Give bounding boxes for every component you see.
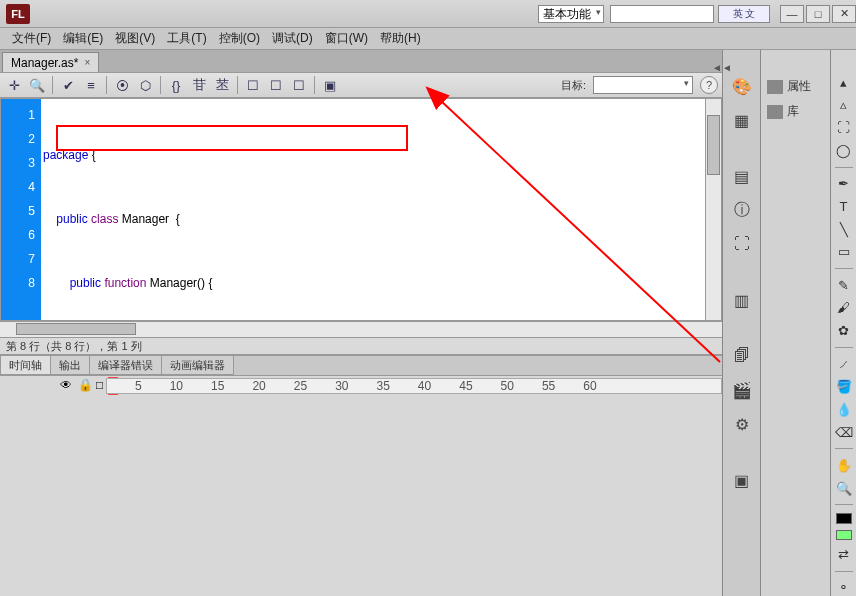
properties-icon — [767, 80, 783, 94]
color-panel-icon[interactable]: 🎨 — [730, 74, 754, 98]
swatches-panel-icon[interactable]: ▦ — [730, 108, 754, 132]
app-logo: FL — [6, 4, 30, 24]
tools-panel: ▴ ▵ ⛶ ◯ ✒ T ╲ ▭ ✎ 🖌 ✿ ⟋ 🪣 💧 ⌫ ✋ 🔍 ⇄ ⚬ — [830, 50, 856, 596]
snap-icon[interactable]: ⚬ — [834, 579, 854, 596]
history-panel-icon[interactable]: 🗐 — [730, 344, 754, 368]
menu-debug[interactable]: 调试(D) — [266, 28, 319, 49]
status-line: 第 8 行（共 8 行），第 1 列 — [0, 337, 722, 355]
selection-tool-icon[interactable]: ▴ — [834, 74, 854, 91]
timeline-panel[interactable]: 👁 🔒 □ 51015 202530 354045 505560 — [0, 375, 722, 597]
vertical-scrollbar[interactable] — [705, 99, 721, 320]
collapse-panels-icon[interactable]: ◄◄ — [712, 62, 726, 76]
bone-tool-icon[interactable]: ⟋ — [834, 356, 854, 373]
info-panel-icon[interactable]: ⓘ — [730, 198, 754, 222]
timeline-ruler[interactable]: 51015 202530 354045 505560 — [106, 378, 722, 394]
menu-control[interactable]: 控制(O) — [213, 28, 266, 49]
expand-icon[interactable]: 苤 — [212, 75, 232, 95]
menubar: 文件(F) 编辑(E) 视图(V) 工具(T) 控制(O) 调试(D) 窗口(W… — [0, 28, 856, 50]
pencil-tool-icon[interactable]: ✎ — [834, 277, 854, 294]
maximize-button[interactable]: □ — [806, 5, 830, 23]
format-icon[interactable]: ≡ — [81, 75, 101, 95]
line-tool-icon[interactable]: ╲ — [834, 221, 854, 238]
horizontal-scrollbar[interactable] — [0, 321, 722, 337]
line-gutter: 1234 5678 — [1, 99, 41, 320]
swap-colors-icon[interactable]: ⇄ — [834, 546, 854, 563]
deco-tool-icon[interactable]: ✿ — [834, 322, 854, 339]
library-panel-icon[interactable]: ▥ — [730, 288, 754, 312]
tab-motion-editor[interactable]: 动画编辑器 — [161, 356, 234, 375]
align-panel-icon[interactable]: ▤ — [730, 164, 754, 188]
code-editor[interactable]: 1234 5678 package { public class Manager… — [0, 98, 722, 321]
menu-window[interactable]: 窗口(W) — [319, 28, 374, 49]
eye-icon[interactable]: 👁 — [60, 378, 72, 390]
paint-bucket-tool-icon[interactable]: 🪣 — [834, 378, 854, 395]
properties-panel-button[interactable]: 属性 — [761, 74, 830, 99]
document-tab[interactable]: Manager.as* × — [2, 52, 99, 72]
panel-dock-icons: 🎨 ▦ ▤ ⓘ ⛶ ▥ 🗐 🎬 ⚙ ▣ — [722, 50, 760, 596]
menu-edit[interactable]: 编辑(E) — [57, 28, 109, 49]
subselection-tool-icon[interactable]: ▵ — [834, 97, 854, 114]
rectangle-tool-icon[interactable]: ▭ — [834, 243, 854, 260]
target-label: 目标: — [561, 78, 586, 93]
eraser-tool-icon[interactable]: ⌫ — [834, 424, 854, 441]
stroke-color-swatch[interactable] — [836, 513, 852, 523]
titlebar: FL 基本功能 英 文 — □ ✕ — [0, 0, 856, 28]
library-icon — [767, 105, 783, 119]
menu-view[interactable]: 视图(V) — [109, 28, 161, 49]
text-tool-icon[interactable]: T — [834, 198, 854, 215]
fill-color-swatch[interactable] — [836, 530, 852, 540]
tab-timeline[interactable]: 时间轴 — [0, 356, 51, 375]
lasso-tool-icon[interactable]: ◯ — [834, 142, 854, 159]
hand-tool-icon[interactable]: ✋ — [834, 457, 854, 474]
bottom-panel-tabs: 时间轴 输出 编译器错误 动画编辑器 — [0, 355, 722, 375]
eyedropper-tool-icon[interactable]: 💧 — [834, 401, 854, 418]
zoom-tool-icon[interactable]: 🔍 — [834, 480, 854, 497]
search-lang-button[interactable]: 英 文 — [718, 5, 770, 23]
brush-tool-icon[interactable]: 🖌 — [834, 300, 854, 317]
search-input[interactable] — [610, 5, 714, 23]
transform-panel-icon[interactable]: ⛶ — [730, 232, 754, 256]
menu-help[interactable]: 帮助(H) — [374, 28, 427, 49]
find-icon[interactable]: 🔍 — [27, 75, 47, 95]
menu-file[interactable]: 文件(F) — [6, 28, 57, 49]
lock-icon[interactable]: 🔒 — [78, 378, 90, 390]
uncomment-icon[interactable]: ☐ — [266, 75, 286, 95]
pen-tool-icon[interactable]: ✒ — [834, 175, 854, 192]
document-tab-label: Manager.as* — [11, 56, 78, 70]
workspace-combo[interactable]: 基本功能 — [538, 5, 604, 23]
panel-dock-labels: 属性 库 — [760, 50, 830, 596]
block-comment-icon[interactable]: ☐ — [289, 75, 309, 95]
minimize-button[interactable]: — — [780, 5, 804, 23]
scene-panel-icon[interactable]: 🎬 — [730, 378, 754, 402]
debug-icon[interactable]: ⬡ — [135, 75, 155, 95]
check-icon[interactable]: ✔ — [58, 75, 78, 95]
behaviors-panel-icon[interactable]: ⚙ — [730, 412, 754, 436]
document-tabs: Manager.as* × — [0, 50, 722, 72]
comment-icon[interactable]: ☐ — [243, 75, 263, 95]
library-panel-button[interactable]: 库 — [761, 99, 830, 124]
tab-output[interactable]: 输出 — [50, 356, 90, 375]
code-area[interactable]: package { public class Manager { public … — [41, 99, 721, 320]
options-icon[interactable]: ▣ — [320, 75, 340, 95]
components-panel-icon[interactable]: ▣ — [730, 468, 754, 492]
layer-controls[interactable]: 👁 🔒 □ — [60, 378, 108, 390]
actionscript-toolbar: ✛ 🔍 ✔ ≡ ⦿ ⬡ {} 苷 苤 ☐ ☐ ☐ ▣ 目标: ? — [0, 72, 722, 98]
free-transform-tool-icon[interactable]: ⛶ — [834, 119, 854, 136]
collapse-icon[interactable]: 苷 — [189, 75, 209, 95]
tab-compiler-errors[interactable]: 编译器错误 — [89, 356, 162, 375]
help-icon[interactable]: ? — [700, 76, 718, 94]
target-combo[interactable] — [593, 76, 693, 94]
menu-tools[interactable]: 工具(T) — [161, 28, 212, 49]
close-tab-icon[interactable]: × — [84, 57, 90, 68]
add-icon[interactable]: ✛ — [4, 75, 24, 95]
brace-icon[interactable]: {} — [166, 75, 186, 95]
close-button[interactable]: ✕ — [832, 5, 856, 23]
hint-icon[interactable]: ⦿ — [112, 75, 132, 95]
